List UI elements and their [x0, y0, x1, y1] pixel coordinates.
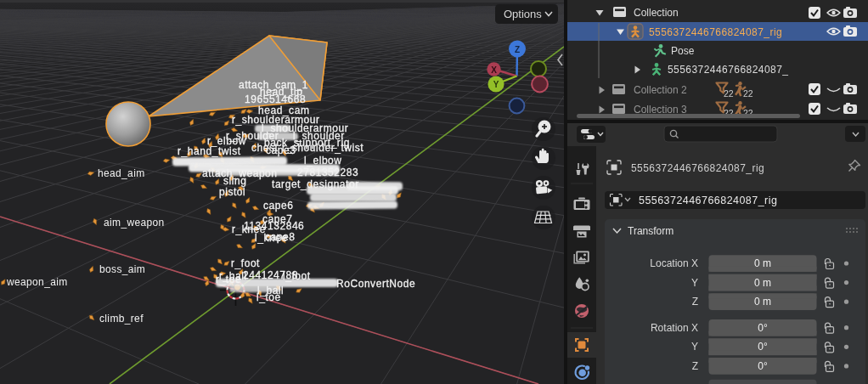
svg-text:5556372446766824087_: 5556372446766824087_ — [668, 64, 788, 76]
svg-text:boss_aim: boss_aim — [99, 263, 145, 275]
svg-text:0 m: 0 m — [754, 277, 771, 289]
svg-text:Collection: Collection — [634, 7, 679, 19]
svg-text:5556372446766824087_rig: 5556372446766824087_rig — [631, 162, 764, 174]
svg-text:X: X — [491, 65, 497, 75]
svg-text:climb_ref: climb_ref — [99, 313, 144, 325]
svg-text:Collection 3: Collection 3 — [634, 104, 687, 116]
svg-text:l_toe: l_toe — [256, 291, 281, 303]
svg-text:Z: Z — [692, 360, 698, 372]
svg-text:Rotation X: Rotation X — [651, 322, 698, 334]
svg-text:5556372446766824087_rig: 5556372446766824087_rig — [649, 26, 782, 38]
svg-text:Pose: Pose — [671, 45, 695, 57]
svg-text:head_aim: head_aim — [98, 167, 145, 179]
svg-text:l_elbow: l_elbow — [304, 155, 342, 167]
svg-text:0°: 0° — [758, 360, 768, 372]
svg-text:cape6: cape6 — [263, 200, 293, 212]
svg-text:cape8: cape8 — [265, 231, 295, 243]
svg-text:RoConvertNode: RoConvertNode — [336, 278, 415, 290]
svg-text:sling: sling — [223, 175, 246, 187]
svg-text:Z: Z — [692, 296, 698, 308]
svg-text:aim_weapon: aim_weapon — [104, 217, 165, 229]
svg-text:pistol: pistol — [219, 186, 245, 198]
svg-text:r_toe: r_toe — [216, 274, 241, 285]
svg-text:Y: Y — [691, 341, 698, 353]
svg-text:22: 22 — [724, 88, 734, 99]
svg-text:Options: Options — [504, 8, 542, 20]
svg-text:r_foot: r_foot — [231, 257, 260, 269]
svg-text:Y: Y — [691, 277, 698, 289]
svg-text:244124788: 244124788 — [243, 269, 298, 281]
svg-text:0°: 0° — [758, 341, 768, 353]
svg-text:2781352283: 2781352283 — [297, 167, 358, 178]
svg-text:r_hand_twist: r_hand_twist — [178, 145, 241, 157]
svg-text:0 m: 0 m — [754, 296, 771, 308]
svg-text:Z: Z — [515, 45, 520, 54]
svg-text:1965514668: 1965514668 — [245, 93, 306, 105]
svg-text:5556372446766824087_rig: 5556372446766824087_rig — [639, 195, 777, 206]
svg-text:1134132846: 1134132846 — [244, 220, 304, 232]
svg-text:0 m: 0 m — [754, 257, 771, 269]
svg-text:weapon_aim: weapon_aim — [6, 276, 68, 288]
svg-text:target_designator: target_designator — [272, 178, 359, 190]
svg-text:cape3: cape3 — [266, 144, 296, 156]
svg-text:Transform: Transform — [628, 225, 674, 237]
svg-text:22: 22 — [743, 88, 753, 99]
svg-text:Y: Y — [493, 80, 499, 89]
svg-text:Location X: Location X — [650, 257, 698, 269]
svg-text:0°: 0° — [758, 322, 768, 334]
svg-text:Collection 2: Collection 2 — [634, 84, 687, 96]
